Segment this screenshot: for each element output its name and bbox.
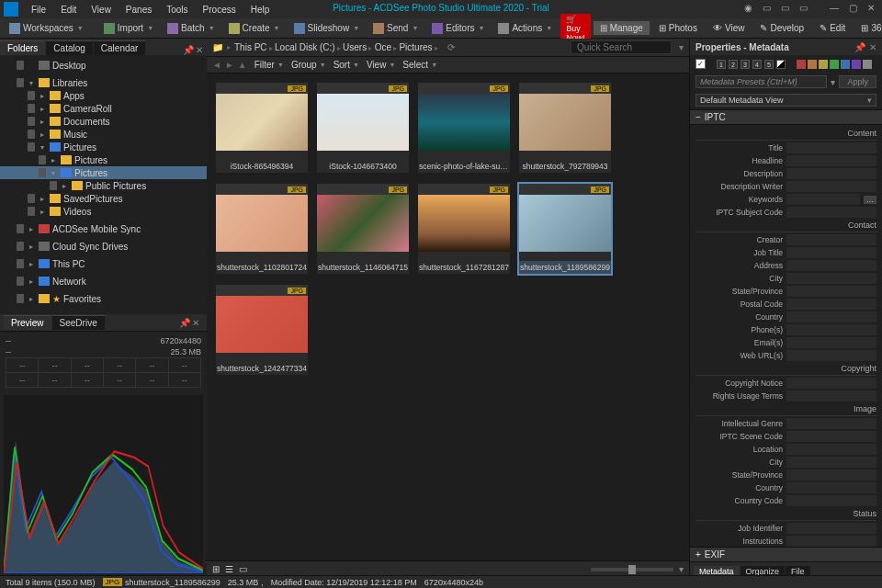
rating-3[interactable]: 3 <box>741 60 750 69</box>
color-label[interactable] <box>808 60 817 69</box>
rating-2[interactable]: 2 <box>729 60 738 69</box>
tree-node[interactable]: ▸Apps <box>0 89 207 102</box>
editors-button[interactable]: Editors▼ <box>426 21 490 36</box>
meta-input[interactable] <box>786 247 876 258</box>
tree-node[interactable]: ▸Videos <box>0 205 207 218</box>
tree-node[interactable]: ▸Public Pictures <box>0 179 207 192</box>
up-icon[interactable]: ▲ <box>238 60 247 70</box>
breadcrumb-segment[interactable]: Pictures <box>399 42 432 52</box>
keywords-browse-icon[interactable]: … <box>864 196 876 204</box>
rating-clear[interactable] <box>776 60 786 69</box>
batch-button[interactable]: Batch▼ <box>162 21 220 36</box>
mode-365[interactable]: ⊞365 <box>854 21 882 35</box>
meta-input[interactable] <box>786 444 876 455</box>
thumbnail[interactable]: JPGshutterstock_1189586299 <box>519 184 611 274</box>
meta-input[interactable] <box>786 273 876 284</box>
menu-panes[interactable]: Panes <box>119 3 159 17</box>
meta-input[interactable] <box>786 431 876 442</box>
menu-help[interactable]: Help <box>243 3 277 17</box>
color-label[interactable] <box>819 60 828 69</box>
meta-input[interactable] <box>786 324 876 335</box>
tree-node[interactable]: ▾Pictures <box>0 166 207 179</box>
meta-input[interactable] <box>786 469 876 481</box>
rating-4[interactable]: 4 <box>752 60 762 69</box>
tree-node[interactable]: ▸Cloud Sync Drives <box>0 240 207 253</box>
thumbnail[interactable]: JPGscenic-photo-of-lake-surroun... <box>418 83 510 173</box>
rating-5[interactable]: 5 <box>764 60 774 69</box>
menu-file[interactable]: File <box>24 3 53 17</box>
meta-input[interactable] <box>786 155 876 166</box>
tab-preview[interactable]: Preview <box>4 315 51 330</box>
tree-node[interactable]: ▾Pictures <box>0 141 207 153</box>
meta-input[interactable] <box>786 523 876 534</box>
forward-icon[interactable]: ► <box>225 60 234 70</box>
tree-node[interactable]: ▸This PC <box>0 257 207 270</box>
thumbnail-area[interactable]: JPGiStock-865496394JPGiStock-1046673400J… <box>207 74 689 560</box>
tab-folders[interactable]: Folders <box>0 40 45 55</box>
meta-input[interactable] <box>786 299 876 310</box>
tree-node[interactable]: ▸Network <box>0 275 207 288</box>
tree-node[interactable]: ▸Pictures <box>0 153 207 166</box>
meta-input[interactable] <box>786 260 876 271</box>
mode-view[interactable]: 👁View <box>707 21 752 35</box>
meta-input[interactable] <box>786 234 876 245</box>
apply-button[interactable]: Apply <box>839 75 876 88</box>
color-label[interactable] <box>797 60 806 69</box>
actions-button[interactable]: Actions▼ <box>492 21 558 36</box>
breadcrumb-segment[interactable]: This PC <box>234 42 267 52</box>
breadcrumb-segment[interactable]: Users <box>343 42 367 52</box>
meta-input[interactable] <box>786 142 876 153</box>
workspaces-button[interactable]: Workspaces▼ <box>4 21 89 36</box>
meta-input[interactable] <box>786 181 876 192</box>
meta-input[interactable] <box>786 350 876 361</box>
menu-tools[interactable]: Tools <box>159 3 195 17</box>
thumbnail[interactable]: JPGshutterstock_1146064715 <box>317 184 409 274</box>
exif-section[interactable]: +EXIF <box>690 547 882 562</box>
meta-input[interactable] <box>786 378 876 389</box>
thumbnail[interactable]: JPGshutterstock_1167281287 <box>418 184 510 274</box>
meta-input[interactable] <box>786 418 876 429</box>
thumbnail[interactable]: JPGiStock-865496394 <box>216 83 308 173</box>
zoom-dropdown-icon[interactable]: ▾ <box>679 564 684 574</box>
filter-view[interactable]: View ▼ <box>367 60 395 70</box>
color-label[interactable] <box>852 60 861 69</box>
thumbnail[interactable]: JPGshutterstock_792789943 <box>519 83 611 173</box>
panel-close-icon[interactable]: ✕ <box>196 45 203 55</box>
meta-input[interactable] <box>786 168 876 179</box>
meta-input[interactable] <box>786 286 876 297</box>
search-menu-icon[interactable]: ▾ <box>679 42 684 52</box>
breadcrumb-segment[interactable]: Oce <box>375 42 391 52</box>
metadata-preset-select[interactable]: Metadata Presets (Ctrl+M) <box>695 75 827 88</box>
meta-input[interactable] <box>786 390 876 401</box>
thumbnail[interactable]: JPGshutterstock_1102801724 <box>216 184 308 274</box>
meta-input[interactable] <box>786 495 876 506</box>
details-view-icon[interactable]: ☰ <box>225 564 233 574</box>
filter-sort[interactable]: Sort ▼ <box>334 60 359 70</box>
slideshow-button[interactable]: Slideshow▼ <box>288 21 366 36</box>
search-input[interactable] <box>571 40 672 54</box>
filter-select[interactable]: Select ▼ <box>402 60 437 70</box>
preset-dropdown-icon[interactable]: ▾ <box>831 77 835 87</box>
metadata-view-select[interactable]: Default Metadata View▾ <box>695 94 876 107</box>
pin-icon[interactable]: 📌 <box>183 45 194 55</box>
thumbs-view-icon[interactable]: ⊞ <box>212 564 220 574</box>
meta-input[interactable] <box>786 457 876 468</box>
rating-1[interactable]: 1 <box>717 60 726 69</box>
meta-input[interactable] <box>786 337 876 348</box>
tree-node[interactable]: ▸Documents <box>0 115 207 128</box>
menu-view[interactable]: View <box>84 3 119 17</box>
create-button[interactable]: Create▼ <box>223 21 286 36</box>
iptc-section[interactable]: −IPTC <box>690 109 882 125</box>
tree-node[interactable]: ▸SavedPictures <box>0 192 207 205</box>
panel-close-icon[interactable]: ✕ <box>869 42 876 52</box>
mode-photos[interactable]: ⊞Photos <box>652 21 704 35</box>
tree-node[interactable]: ▸ACDSee Mobile Sync <box>0 222 207 235</box>
pin-icon[interactable]: 📌 <box>179 318 190 328</box>
tree-node[interactable]: ▸Music <box>0 128 207 141</box>
menu-edit[interactable]: Edit <box>53 3 84 17</box>
panel-close-icon[interactable]: ✕ <box>192 318 199 328</box>
import-button[interactable]: Import▼ <box>98 21 159 36</box>
pin-icon[interactable]: 📌 <box>854 42 865 52</box>
breadcrumb-segment[interactable]: Local Disk (C:) <box>275 42 335 52</box>
zoom-slider[interactable] <box>591 568 673 571</box>
